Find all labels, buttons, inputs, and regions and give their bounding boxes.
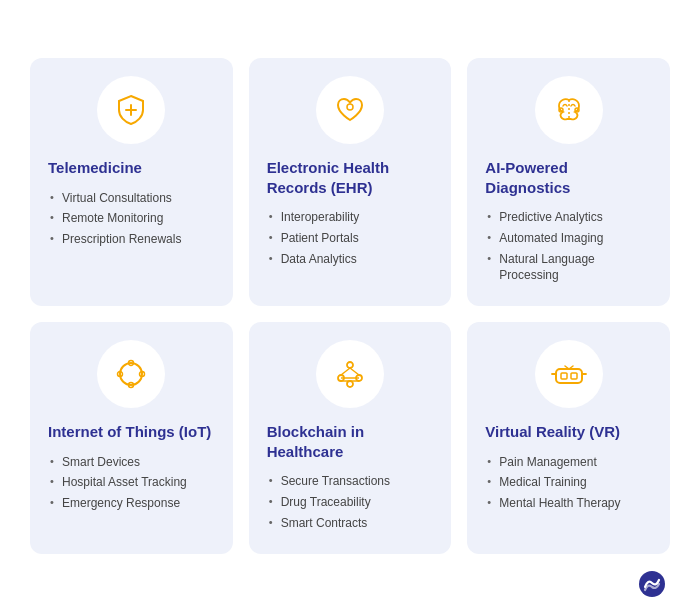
list-item: Predictive Analytics <box>485 207 652 228</box>
vr-title: Virtual Reality (VR) <box>485 422 620 442</box>
list-item: Interoperability <box>267 207 360 228</box>
list-item: Prescription Renewals <box>48 229 181 250</box>
card-telemedicine: TelemedicineVirtual ConsultationsRemote … <box>30 58 233 306</box>
list-item: Hospital Asset Tracking <box>48 472 187 493</box>
card-blockchain: Blockchain in HealthcareSecure Transacti… <box>249 322 452 553</box>
list-item: Patient Portals <box>267 228 360 249</box>
svg-point-11 <box>347 362 353 368</box>
list-item: Smart Devices <box>48 452 187 473</box>
footer-logo <box>638 570 666 600</box>
ehr-title: Electronic Health Records (EHR) <box>267 158 434 197</box>
blockchain-title: Blockchain in Healthcare <box>267 422 434 461</box>
list-item: Medical Training <box>485 472 620 493</box>
svg-rect-21 <box>561 373 567 379</box>
ehr-icon <box>316 76 384 144</box>
list-item: Natural Language Processing <box>485 249 652 287</box>
iot-icon <box>97 340 165 408</box>
svg-line-16 <box>350 368 359 375</box>
list-item: Pain Management <box>485 452 620 473</box>
ehr-list: InteroperabilityPatient PortalsData Anal… <box>267 207 360 269</box>
list-item: Emergency Response <box>48 493 187 514</box>
list-item: Automated Imaging <box>485 228 652 249</box>
list-item: Virtual Consultations <box>48 188 181 209</box>
ai-icon <box>535 76 603 144</box>
iot-list: Smart DevicesHospital Asset TrackingEmer… <box>48 452 187 514</box>
list-item: Remote Monitoring <box>48 208 181 229</box>
list-item: Smart Contracts <box>267 513 390 534</box>
card-ai: AI-Powered DiagnosticsPredictive Analyti… <box>467 58 670 306</box>
svg-rect-20 <box>556 369 582 383</box>
vr-icon <box>535 340 603 408</box>
card-vr: Virtual Reality (VR)Pain ManagementMedic… <box>467 322 670 553</box>
svg-point-14 <box>347 381 353 387</box>
telemedicine-title: Telemedicine <box>48 158 142 178</box>
svg-line-15 <box>341 368 350 375</box>
telemedicine-icon <box>97 76 165 144</box>
blockchain-list: Secure TransactionsDrug TraceabilitySmar… <box>267 471 390 533</box>
svg-rect-22 <box>571 373 577 379</box>
list-item: Mental Health Therapy <box>485 493 620 514</box>
list-item: Drug Traceability <box>267 492 390 513</box>
ai-title: AI-Powered Diagnostics <box>485 158 652 197</box>
vr-list: Pain ManagementMedical TrainingMental He… <box>485 452 620 514</box>
ai-list: Predictive AnalyticsAutomated ImagingNat… <box>485 207 652 286</box>
blockchain-icon <box>316 340 384 408</box>
list-item: Secure Transactions <box>267 471 390 492</box>
list-item: Data Analytics <box>267 249 360 270</box>
telemedicine-list: Virtual ConsultationsRemote MonitoringPr… <box>48 188 181 250</box>
svg-point-6 <box>120 363 142 385</box>
cards-grid: TelemedicineVirtual ConsultationsRemote … <box>30 58 670 554</box>
card-ehr: Electronic Health Records (EHR)Interoper… <box>249 58 452 306</box>
iot-title: Internet of Things (IoT) <box>48 422 211 442</box>
card-iot: Internet of Things (IoT)Smart DevicesHos… <box>30 322 233 553</box>
svg-point-2 <box>347 104 353 110</box>
